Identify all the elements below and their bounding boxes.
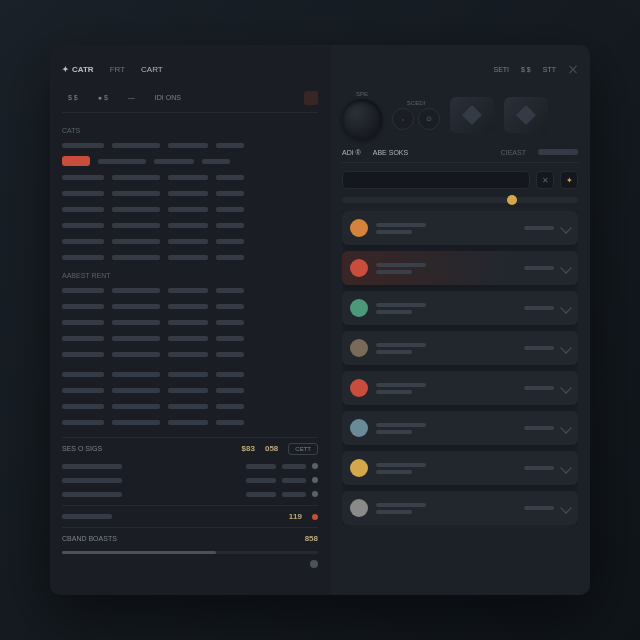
slider[interactable] — [342, 197, 578, 203]
detail-list — [62, 459, 318, 501]
knob-small-1[interactable]: ◦ — [392, 108, 414, 130]
card-text — [376, 463, 516, 474]
table-row[interactable] — [62, 367, 318, 381]
avatar — [350, 219, 368, 237]
filter-btn[interactable]: ✕ — [536, 171, 554, 189]
tab-cart[interactable]: CART — [141, 65, 163, 74]
table-row[interactable] — [62, 154, 318, 168]
table-row[interactable] — [62, 415, 318, 429]
list-card[interactable] — [342, 451, 578, 485]
card-title — [376, 423, 426, 427]
filter-4[interactable]: IDI ONS — [149, 91, 187, 104]
cell — [62, 352, 104, 357]
table-row[interactable] — [62, 299, 318, 313]
table-row[interactable] — [62, 202, 318, 216]
cell — [246, 492, 276, 497]
cell — [62, 239, 104, 244]
nav-stt[interactable]: STT — [543, 66, 556, 73]
card-title — [376, 303, 426, 307]
cell — [216, 388, 244, 393]
cell — [62, 492, 122, 497]
list-card[interactable] — [342, 211, 578, 245]
table-row[interactable] — [62, 315, 318, 329]
chevron-down-icon — [560, 502, 571, 513]
cell — [168, 420, 208, 425]
card-text — [376, 303, 516, 314]
nav-seti[interactable]: SETI — [493, 66, 509, 73]
chevron-down-icon — [560, 462, 571, 473]
search-row: ✕ ✦ — [342, 171, 578, 189]
table-row[interactable] — [62, 138, 318, 152]
cell — [112, 372, 160, 377]
knob-label-2: SCEDI — [407, 100, 425, 106]
card-meta — [524, 306, 554, 310]
progress-bar[interactable] — [62, 551, 318, 554]
sort-btn[interactable]: ✦ — [560, 171, 578, 189]
card-text — [376, 263, 516, 274]
table-1 — [62, 138, 318, 264]
sum1-label: SES O SIGS — [62, 445, 102, 452]
table-row[interactable] — [62, 347, 318, 361]
table-row[interactable] — [62, 218, 318, 232]
nav-money[interactable]: $ $ — [521, 66, 531, 73]
table-row[interactable] — [62, 186, 318, 200]
topbar-right: SETI $ $ STT — [342, 57, 578, 81]
cell — [62, 175, 104, 180]
cell — [216, 336, 244, 341]
cell — [62, 336, 104, 341]
preview-shape-1 — [450, 97, 494, 133]
filter-3[interactable]: — — [122, 91, 141, 104]
table-row[interactable] — [62, 283, 318, 297]
knob-small-2[interactable]: ⊙ — [418, 108, 440, 130]
list-card[interactable] — [342, 251, 578, 285]
cell — [62, 191, 104, 196]
table-row[interactable] — [62, 399, 318, 413]
filter-1[interactable]: $ $ — [62, 91, 84, 104]
table-row[interactable] — [62, 234, 318, 248]
card-sub — [376, 310, 412, 314]
card-sub — [376, 470, 412, 474]
knob-large[interactable] — [342, 99, 382, 139]
ptab-3[interactable]: CIEAST — [501, 149, 526, 156]
table-row[interactable] — [62, 331, 318, 345]
card-text — [376, 503, 516, 514]
filter-row: $ $ ● $ — IDI ONS — [62, 91, 318, 113]
cell — [62, 478, 122, 483]
cell — [168, 352, 208, 357]
footer-indicator — [310, 560, 318, 568]
sum1-button[interactable]: CETT — [288, 443, 318, 455]
table-row[interactable] — [62, 383, 318, 397]
cell — [168, 175, 208, 180]
brand: ✦CATR — [62, 65, 94, 74]
close-icon[interactable] — [568, 64, 578, 74]
right-panel: SETI $ $ STT SPE SCEDI◦⊙ ADI ® ABE SOKS … — [330, 45, 590, 595]
list-card[interactable] — [342, 411, 578, 445]
card-meta — [524, 426, 554, 430]
cell — [168, 191, 208, 196]
sum1-val2: 058 — [265, 444, 278, 453]
summary-row-1: SES O SIGS $83 058 CETT — [62, 437, 318, 455]
sum3-label: CBAND BOASTS — [62, 535, 117, 542]
table-row[interactable] — [62, 250, 318, 264]
table-row[interactable] — [62, 170, 318, 184]
avatar — [350, 379, 368, 397]
ptab-1[interactable]: ADI ® — [342, 149, 361, 156]
cell — [202, 159, 230, 164]
avatar — [350, 259, 368, 277]
list-card[interactable] — [342, 291, 578, 325]
list-card[interactable] — [342, 331, 578, 365]
tab-frt[interactable]: FRT — [110, 65, 125, 74]
list-card[interactable] — [342, 491, 578, 525]
slider-knob[interactable] — [507, 195, 517, 205]
list-card[interactable] — [342, 371, 578, 405]
cell — [282, 492, 306, 497]
filter-color-box[interactable] — [304, 91, 318, 105]
cell — [62, 388, 104, 393]
search-input[interactable] — [342, 171, 530, 189]
ptab-2[interactable]: ABE SOKS — [373, 149, 408, 156]
card-title — [376, 463, 426, 467]
cell — [112, 191, 160, 196]
filter-2[interactable]: ● $ — [92, 91, 114, 104]
cell — [112, 255, 160, 260]
cell — [216, 372, 244, 377]
